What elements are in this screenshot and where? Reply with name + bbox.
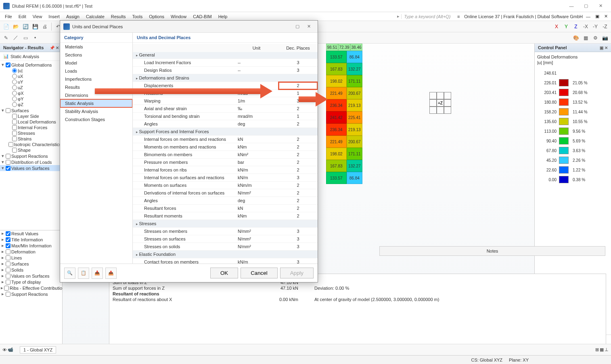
navigator-tab[interactable]: 📊 Static Analysis <box>0 52 62 61</box>
select-icon[interactable]: ▭ <box>21 33 30 42</box>
setting-decimals[interactable]: 1 <box>278 113 318 120</box>
setting-unit[interactable]: kN <box>234 205 278 212</box>
setting-decimals[interactable]: 3 <box>278 258 318 264</box>
refresh-icon[interactable]: 🔄 <box>21 22 30 31</box>
setting-unit[interactable]: ‰ <box>234 105 278 113</box>
display-tree-item[interactable]: ▸Support Reactions <box>0 291 62 297</box>
new-icon[interactable]: 📄 <box>2 22 10 31</box>
axis-z-icon[interactable]: Z <box>571 22 580 31</box>
menu-cad-bim[interactable]: CAD-BIM <box>190 13 215 20</box>
tree-checkbox[interactable] <box>6 292 10 297</box>
settings-row[interactable]: Moments on surfaceskNm/m2 <box>133 182 318 189</box>
keyword-search[interactable]: Type a keyword (Alt+Q) <box>401 14 453 19</box>
setting-decimals[interactable]: 3 <box>278 174 318 182</box>
settings-row[interactable]: Stresses on surfacesN/mm²3 <box>133 235 318 243</box>
setting-unit[interactable]: -- <box>234 59 278 67</box>
tree-item[interactable]: Internal Forces <box>0 125 62 130</box>
cp-pin-icon[interactable]: ▣ ✕ <box>600 46 608 50</box>
settings-group[interactable]: Elastic Foundation <box>133 251 318 258</box>
menu-options[interactable]: Options <box>146 13 167 20</box>
tree-checkbox[interactable] <box>4 286 9 291</box>
export-icon[interactable]: 📤 <box>105 268 117 279</box>
display-tree-item[interactable]: ▸Title Information <box>0 236 62 243</box>
settings-row[interactable]: Bimoments on memberskNm²2 <box>133 151 318 159</box>
print-icon[interactable]: 🖨 <box>40 22 49 31</box>
setting-unit[interactable]: kNm <box>234 212 278 220</box>
tree-checkbox[interactable] <box>6 231 10 236</box>
settings-row[interactable]: Torsional and bending strainmrad/m1 <box>133 113 318 120</box>
eye-icon[interactable]: 👁 <box>2 347 7 352</box>
help-icon[interactable]: 🔍 <box>64 268 75 279</box>
setting-decimals[interactable]: 2 <box>278 143 318 151</box>
menu-view[interactable]: View <box>29 13 46 20</box>
menu-results[interactable]: Results <box>108 13 129 20</box>
settings-row[interactable]: Warping1/m3 <box>133 97 318 105</box>
display-tree-item[interactable]: ▸Result Values <box>0 230 62 236</box>
tree-checkbox[interactable] <box>6 274 10 278</box>
setting-decimals[interactable]: 3 <box>278 67 318 74</box>
setting-decimals[interactable]: 1 <box>278 90 318 97</box>
display-tree-item[interactable]: ▸Surfaces <box>0 261 62 267</box>
settings-row[interactable]: Axial and shear strain‰2 <box>133 105 318 113</box>
tree-item[interactable]: Layer Side <box>0 113 62 119</box>
setting-decimals[interactable]: 2 <box>278 212 318 220</box>
tree-item[interactable]: ▾Global Deformations <box>0 62 62 68</box>
tree-item[interactable]: uY <box>0 79 62 85</box>
open-icon[interactable]: 📂 <box>11 22 20 31</box>
tree-checkbox[interactable] <box>12 125 17 130</box>
settings-row[interactable]: Design Ratios--3 <box>133 67 318 74</box>
setting-decimals[interactable]: 2 <box>278 182 318 189</box>
tree-item[interactable]: Strains <box>0 136 62 142</box>
setting-decimals[interactable]: 2 <box>278 197 318 205</box>
tree-checkbox[interactable] <box>6 280 10 285</box>
category-item[interactable]: Dimensions <box>60 91 132 99</box>
tree-radio[interactable] <box>12 74 17 79</box>
settings-row[interactable]: Pressure on membersbar2 <box>133 159 318 166</box>
tree-checkbox[interactable] <box>6 268 10 272</box>
settings-row[interactable]: Load Increment Factors--3 <box>133 59 318 67</box>
category-item[interactable]: Stability Analysis <box>60 107 132 115</box>
setting-unit[interactable]: kN <box>234 136 278 143</box>
apply-button[interactable]: Apply <box>280 268 314 278</box>
tree-item[interactable]: ▾Values on Surfaces <box>0 165 62 171</box>
tree-checkbox[interactable] <box>12 148 17 153</box>
node-icon[interactable]: • <box>31 33 40 42</box>
setting-unit[interactable]: kNm² <box>234 151 278 159</box>
menu-help[interactable]: Help <box>215 13 231 20</box>
category-item[interactable]: Static Analysis <box>60 99 132 107</box>
pin-icon[interactable]: 📌 ✕ <box>50 46 59 50</box>
grid-icon[interactable]: ▦ <box>581 33 590 42</box>
axis-neg-z-icon[interactable]: -Z <box>601 22 609 31</box>
results-row[interactable]: Sum of support forces in Z47.10 kNDeviat… <box>109 285 606 291</box>
menu-assign[interactable]: Assign <box>63 13 83 20</box>
tree-item[interactable]: ▾Distribution of Loads <box>0 159 62 165</box>
tree-item[interactable]: ▾Support Reactions <box>0 153 62 159</box>
display-tree-item[interactable]: ▸Values on Surfaces <box>0 273 62 279</box>
maximize-button[interactable]: ▢ <box>579 0 593 12</box>
cs-selector[interactable]: 1 - Global XYZ <box>20 346 56 354</box>
close-button[interactable]: ✕ <box>593 0 608 12</box>
tree-item[interactable]: ▾Surfaces <box>0 107 62 113</box>
minimize-button[interactable]: — <box>564 0 579 12</box>
tree-radio[interactable] <box>12 85 17 90</box>
display-tree-item[interactable]: ▸Type of display <box>0 279 62 285</box>
setting-decimals[interactable]: 2 <box>278 136 318 143</box>
line-icon[interactable]: ／ <box>11 33 20 42</box>
setting-unit[interactable]: mrad/m <box>234 113 278 120</box>
tree-checkbox[interactable] <box>6 166 10 171</box>
settings-row[interactable]: Anglesdeg2 <box>133 120 318 128</box>
setting-decimals[interactable]: 3 <box>278 59 318 67</box>
grid-icon[interactable]: ▦ <box>600 347 604 352</box>
tree-checkbox[interactable] <box>6 63 10 67</box>
setting-decimals[interactable]: 2 <box>278 151 318 159</box>
setting-decimals[interactable]: 2 <box>278 166 318 174</box>
category-item[interactable]: Model <box>60 59 132 67</box>
tree-checkbox[interactable] <box>12 119 17 124</box>
camera-icon[interactable]: 📹 <box>8 347 13 352</box>
setting-unit[interactable]: deg <box>234 120 278 128</box>
settings-group[interactable]: Deformations and Strains <box>133 74 318 82</box>
save-icon[interactable]: 💾 <box>31 22 40 31</box>
tree-checkbox[interactable] <box>6 255 10 260</box>
menu-tools[interactable]: Tools <box>129 13 146 20</box>
axis-neg-x-icon[interactable]: -X <box>581 22 590 31</box>
